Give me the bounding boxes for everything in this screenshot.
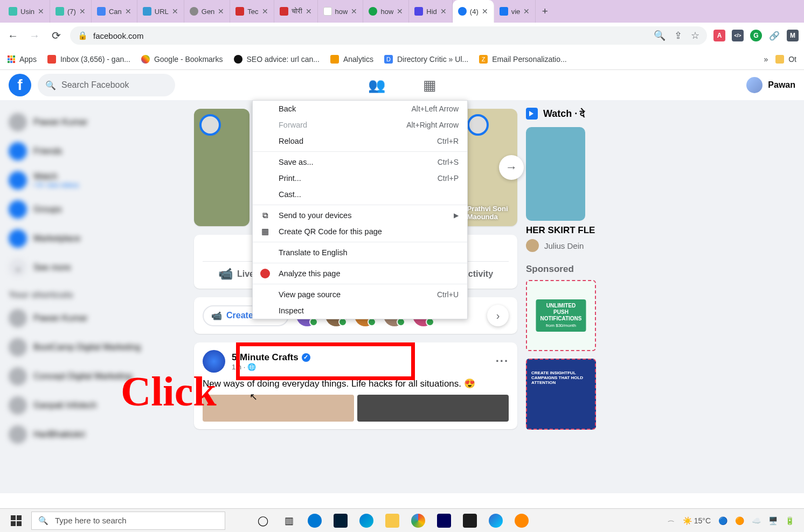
shortcut-item[interactable]: Concept Digital Marketing (4, 362, 190, 391)
extension-icon[interactable]: 🔗 (768, 30, 780, 41)
post-more-button[interactable]: ··· (496, 354, 509, 368)
tray-icon[interactable]: 🔋 (785, 516, 794, 525)
tray-icon[interactable]: ☁️ (752, 516, 761, 525)
browser-tab[interactable]: Hid✕ (409, 0, 453, 23)
sponsored-ad[interactable]: CREATE INSIGHTFUL CAMPAIGNS THAT HOLD AT… (526, 359, 596, 430)
taskbar-search[interactable]: 🔍Type here to search (31, 512, 225, 530)
ctx-send-devices[interactable]: ⧉Send to your devices▶ (253, 207, 467, 223)
post-image[interactable] (357, 395, 509, 422)
address-bar[interactable]: 🔒 facebook.com 🔍 ⇪ ☆ (70, 26, 707, 45)
rooms-next-button[interactable]: › (487, 305, 509, 326)
bookmarks-overflow[interactable]: » (764, 55, 768, 64)
browser-tab[interactable]: Gen✕ (184, 0, 231, 23)
close-icon[interactable]: ✕ (440, 7, 447, 16)
ctx-cast[interactable]: Cast... (253, 186, 467, 202)
taskbar-app[interactable] (484, 512, 508, 530)
browser-tab[interactable]: how✕ (318, 0, 364, 23)
bookmark-item[interactable]: DDirectory Critic » Ul... (384, 55, 468, 64)
taskbar-app[interactable] (432, 512, 456, 530)
story-card[interactable] (194, 109, 249, 226)
stories-next-button[interactable]: → (499, 155, 524, 180)
taskbar-app[interactable] (458, 512, 482, 530)
weather-widget[interactable]: ☀️ 15°C (683, 516, 711, 525)
shortcut-item[interactable]: Pawan Kumar (4, 304, 190, 333)
close-icon[interactable]: ✕ (306, 7, 312, 16)
bookmark-item[interactable]: SEO advice: url can... (234, 55, 320, 64)
taskbar-app[interactable] (380, 512, 404, 530)
close-icon[interactable]: ✕ (79, 7, 86, 16)
watch-video-title[interactable]: HER SKIRT FLE (526, 225, 711, 236)
close-icon[interactable]: ✕ (397, 7, 403, 16)
post-image[interactable] (203, 395, 354, 422)
watch-heading[interactable]: Watch · दे (526, 108, 711, 120)
bookmark-item[interactable]: Analytics (330, 55, 373, 64)
browser-tab[interactable]: how✕ (363, 0, 409, 23)
star-icon[interactable]: ☆ (691, 30, 699, 41)
browser-tab[interactable]: Usin✕ (3, 0, 50, 23)
ctx-back[interactable]: BackAlt+Left Arrow (253, 101, 467, 117)
taskbar-app[interactable] (329, 512, 352, 530)
gaming-icon[interactable]: ▦ (423, 77, 436, 94)
reload-button[interactable]: ⟳ (48, 29, 64, 42)
taskbar-app[interactable] (303, 512, 327, 530)
ctx-view-source[interactable]: View page sourceCtrl+U (253, 286, 467, 303)
sidebar-item-watch[interactable]: Watch• 9+ new videos (4, 166, 190, 195)
close-icon[interactable]: ✕ (351, 7, 357, 16)
ctx-analyze[interactable]: Analyze this page (253, 265, 467, 282)
new-tab-button[interactable]: + (536, 0, 554, 23)
extension-icon[interactable]: </> (732, 30, 744, 41)
bookmark-item[interactable]: Google - Bookmarks (141, 55, 223, 64)
start-button[interactable] (3, 509, 29, 532)
extension-icon[interactable]: M (787, 30, 799, 41)
sidebar-item-seemore[interactable]: ⌄See more (4, 253, 190, 282)
browser-tab[interactable]: Tec✕ (230, 0, 274, 23)
close-icon[interactable]: ✕ (523, 7, 530, 16)
ctx-translate[interactable]: Translate to English (253, 244, 467, 261)
sidebar-item-groups[interactable]: Groups (4, 195, 190, 224)
close-icon[interactable]: ✕ (125, 7, 131, 16)
post-author[interactable]: 5-Minute Crafts✓ (232, 352, 310, 363)
back-button[interactable]: ← (5, 30, 20, 42)
close-icon[interactable]: ✕ (218, 7, 224, 16)
taskbar-app[interactable]: ▥ (277, 512, 301, 530)
extension-icon[interactable]: G (750, 30, 762, 41)
facebook-logo[interactable]: f (9, 74, 31, 96)
ctx-qr-code[interactable]: ▦Create QR Code for this page (253, 223, 467, 240)
shortcut-item[interactable]: BootCamp Digital Marketing (4, 333, 190, 362)
sidebar-item-profile[interactable]: Pawan Kumar (4, 108, 190, 137)
extension-icon[interactable]: A (713, 30, 725, 41)
close-icon[interactable]: ✕ (172, 7, 178, 16)
close-icon[interactable]: ✕ (38, 7, 44, 16)
other-bookmarks[interactable]: Ot (775, 55, 796, 64)
taskbar-app[interactable] (406, 512, 430, 530)
bookmark-item[interactable]: ZEmail Personalizatio... (479, 55, 567, 64)
ctx-save-as[interactable]: Save as...Ctrl+S (253, 154, 467, 170)
apps-button[interactable]: Apps (8, 55, 37, 64)
bookmark-item[interactable]: Inbox (3,656) - gan... (47, 55, 130, 64)
browser-tab-active[interactable]: (4)✕ (453, 0, 494, 23)
browser-tab[interactable]: URL✕ (137, 0, 184, 23)
tray-icon[interactable]: 🔵 (718, 516, 727, 525)
profile-chip[interactable]: Pawan (746, 77, 795, 93)
sidebar-item-marketplace[interactable]: Marketplace (4, 224, 190, 253)
watch-thumbnail[interactable] (526, 127, 585, 221)
tray-icon[interactable]: 🖥️ (768, 516, 778, 525)
close-icon[interactable]: ✕ (482, 7, 488, 16)
share-icon[interactable]: ⇪ (674, 30, 682, 41)
tray-chevron[interactable]: ︿ (668, 517, 675, 523)
task-view-icon[interactable]: ◯ (251, 512, 275, 530)
watch-author[interactable]: Julius Dein (526, 239, 711, 252)
shortcut-item[interactable]: Ganpati Infotech (4, 391, 190, 420)
browser-tab[interactable]: (7)✕ (50, 0, 92, 23)
facebook-search[interactable]: 🔍 Search Facebook (38, 74, 175, 96)
taskbar-app[interactable] (355, 512, 378, 530)
ctx-inspect[interactable]: Inspect (253, 303, 467, 319)
close-icon[interactable]: ✕ (262, 7, 268, 16)
shortcut-item[interactable]: HariBhaktokri (4, 420, 190, 449)
browser-tab[interactable]: चोरी✕ (274, 0, 318, 23)
browser-tab[interactable]: vie✕ (494, 0, 536, 23)
ctx-print[interactable]: Print...Ctrl+P (253, 170, 467, 186)
groups-icon[interactable]: 👥 (368, 77, 385, 94)
sidebar-item-friends[interactable]: Friends (4, 137, 190, 166)
browser-tab[interactable]: Can✕ (92, 0, 137, 23)
